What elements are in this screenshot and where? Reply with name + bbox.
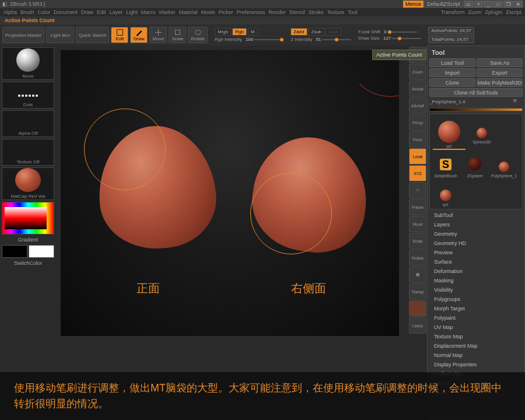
- section-displacement[interactable]: Displacement Map: [429, 341, 523, 351]
- switch-color[interactable]: SwitchColor: [2, 260, 54, 267]
- menu-picker[interactable]: Picker: [219, 9, 233, 15]
- menu-alpha[interactable]: Alpha: [4, 9, 17, 15]
- grid-icon[interactable]: ▦: [409, 267, 426, 283]
- alpha-thumb[interactable]: Alpha Off: [2, 110, 54, 137]
- mrgb-toggle[interactable]: Mrgb: [215, 28, 231, 36]
- r-button[interactable]: R: [513, 98, 523, 106]
- headphone-icon[interactable]: ♲: [409, 182, 426, 198]
- section-geometry[interactable]: Geometry: [429, 229, 523, 239]
- edit-button[interactable]: Edit: [111, 27, 128, 43]
- section-preview[interactable]: Preview: [429, 248, 523, 257]
- tool-mt2[interactable]: MT: [432, 179, 460, 207]
- tool-sphere3d[interactable]: Sphere3D: [468, 116, 496, 144]
- tool-zsphere[interactable]: ZSphere: [461, 150, 489, 178]
- help-icon[interactable]: ?: [474, 1, 483, 8]
- menu-tool[interactable]: Tool: [348, 9, 358, 15]
- restore-icon[interactable]: ❐: [503, 1, 513, 8]
- zadd-toggle[interactable]: Zadd: [290, 28, 307, 36]
- stroke-thumb[interactable]: Dots: [2, 82, 54, 108]
- polymesh-button[interactable]: Make PolyMesh3D: [477, 78, 523, 87]
- draw-button[interactable]: Draw: [130, 27, 148, 43]
- load-tool-button[interactable]: Load Tool: [429, 58, 475, 67]
- floor-button[interactable]: Floor: [409, 131, 426, 148]
- lightbox-button[interactable]: Light Box: [46, 27, 74, 43]
- menu-document[interactable]: Document: [54, 9, 78, 15]
- menu-layer[interactable]: Layer: [110, 9, 123, 15]
- move-button[interactable]: Move: [149, 27, 167, 43]
- section-surface[interactable]: Surface: [429, 257, 523, 267]
- menu-transform[interactable]: Transform: [441, 9, 465, 15]
- menu-brush[interactable]: Brush: [20, 9, 34, 15]
- gradient-label[interactable]: Gradient: [2, 236, 54, 243]
- default-script[interactable]: DefaultZScript: [424, 1, 463, 8]
- brush-thumb[interactable]: Move: [2, 47, 54, 80]
- menu-zplugin[interactable]: Zplugin: [485, 9, 502, 15]
- section-masking[interactable]: Masking: [429, 276, 523, 285]
- close-icon[interactable]: ✕: [513, 1, 523, 8]
- color-picker[interactable]: [2, 202, 54, 235]
- menu-zoom[interactable]: Zoom: [468, 9, 481, 15]
- max-icon[interactable]: □: [494, 1, 503, 8]
- export-button[interactable]: Export: [477, 68, 523, 77]
- section-visibility[interactable]: Visibility: [429, 285, 523, 295]
- section-subtool[interactable]: SubTool: [429, 211, 523, 220]
- menu-edit[interactable]: Edit: [97, 9, 106, 15]
- draw-size-slider[interactable]: Draw Size 127: [358, 36, 421, 41]
- section-layers[interactable]: Layers: [429, 220, 523, 229]
- quick-sketch-button[interactable]: Quick Sketch: [76, 27, 109, 43]
- xyz-button[interactable]: XYZ: [409, 165, 426, 181]
- material-icon[interactable]: [409, 300, 426, 317]
- menu-material[interactable]: Material: [179, 9, 198, 15]
- scale-nav-button[interactable]: Scale: [409, 233, 426, 249]
- menu-movie[interactable]: Movie: [201, 9, 215, 15]
- lasso-button[interactable]: Lasso: [409, 317, 426, 334]
- swatch-row[interactable]: [2, 245, 54, 258]
- actual-button[interactable]: Actual: [409, 80, 426, 97]
- rgb-toggle[interactable]: Rgb: [232, 28, 247, 36]
- dock-icon[interactable]: ▭: [464, 1, 473, 8]
- transp-button[interactable]: Transp: [409, 284, 426, 300]
- section-normalmap[interactable]: Normal Map: [429, 351, 523, 360]
- section-texturemap[interactable]: Texture Map: [429, 332, 523, 341]
- menu-draw[interactable]: Draw: [81, 9, 93, 15]
- zcut-toggle[interactable]: Zcut: [326, 28, 341, 36]
- m-toggle[interactable]: M: [248, 28, 258, 36]
- menu-zscript[interactable]: Zscript: [506, 9, 522, 15]
- local-button[interactable]: Local: [409, 148, 426, 164]
- scale-button[interactable]: Scale: [169, 27, 186, 43]
- section-polygroups[interactable]: Polygroups: [429, 295, 523, 304]
- save-as-button[interactable]: Save As: [477, 58, 523, 67]
- menu-macro[interactable]: Macro: [141, 9, 156, 15]
- menu-color[interactable]: Color: [38, 9, 51, 15]
- clone-all-button[interactable]: Clone All SubTools: [429, 88, 523, 97]
- persp-button[interactable]: Persp: [409, 114, 426, 131]
- menu-light[interactable]: Light: [126, 9, 138, 15]
- menu-stencil[interactable]: Stencil: [289, 9, 305, 15]
- focal-shift-slider[interactable]: Focal Shift 0: [358, 29, 421, 34]
- viewport[interactable]: 正面 右侧面: [61, 50, 399, 336]
- aahalf-button[interactable]: AAHalf: [409, 97, 426, 114]
- frame-button[interactable]: Frame: [409, 199, 426, 215]
- section-display[interactable]: Display Properties: [429, 360, 523, 369]
- min-icon[interactable]: _: [484, 1, 493, 8]
- rotate-button[interactable]: Rotate: [188, 27, 208, 43]
- menus-toggle[interactable]: Menus: [403, 1, 424, 8]
- section-polypaint[interactable]: Polypaint: [429, 313, 523, 323]
- texture-thumb[interactable]: Texture Off: [2, 139, 54, 166]
- material-thumb[interactable]: MatCap Red Wa: [2, 167, 54, 200]
- tool-slider[interactable]: [429, 108, 523, 111]
- zoom-button[interactable]: Zoom: [409, 64, 426, 80]
- section-morphtarget[interactable]: Morph Target: [429, 304, 523, 313]
- rotate-nav-button[interactable]: Rotate: [409, 250, 426, 266]
- tool-simplebrush[interactable]: SSimpleBrush: [432, 150, 460, 178]
- tool-polysphere[interactable]: PolySphere_1: [490, 150, 518, 178]
- menu-texture[interactable]: Texture: [327, 9, 345, 15]
- section-geometryhd[interactable]: Geometry HD: [429, 239, 523, 248]
- menu-marker[interactable]: Marker: [159, 9, 176, 15]
- tool-mt[interactable]: MT: [432, 116, 467, 149]
- import-button[interactable]: Import: [429, 68, 475, 77]
- section-deformation[interactable]: Deformation: [429, 267, 523, 276]
- rgb-intensity-slider[interactable]: Rgb Intensity 100: [215, 37, 284, 42]
- zsub-toggle[interactable]: Zsub: [309, 28, 325, 36]
- section-uvmap[interactable]: UV Map: [429, 323, 523, 332]
